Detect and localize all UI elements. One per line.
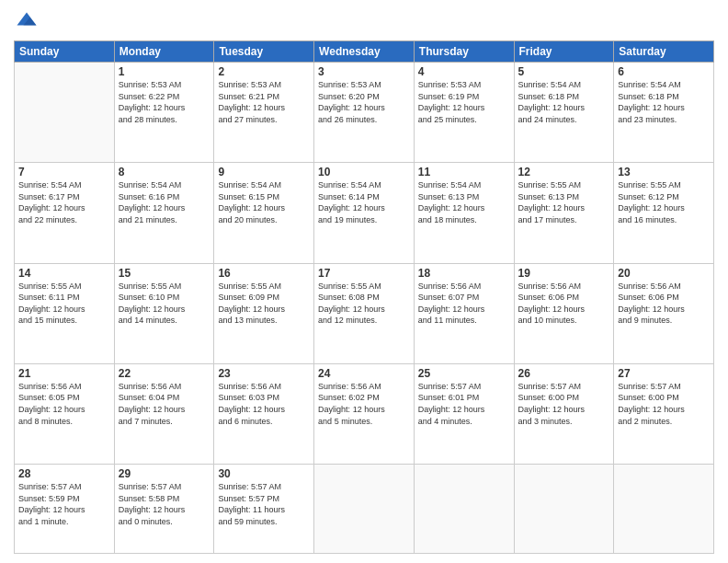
weekday-header-row: SundayMondayTuesdayWednesdayThursdayFrid…: [15, 41, 714, 63]
calendar-cell: 13Sunrise: 5:55 AM Sunset: 6:12 PM Dayli…: [614, 163, 714, 263]
day-number: 16: [218, 267, 310, 280]
day-number: 2: [218, 65, 310, 78]
calendar-cell: 11Sunrise: 5:54 AM Sunset: 6:13 PM Dayli…: [414, 163, 514, 263]
day-number: 30: [218, 467, 310, 480]
calendar-cell: 27Sunrise: 5:57 AM Sunset: 6:00 PM Dayli…: [614, 363, 714, 464]
day-info: Sunrise: 5:54 AM Sunset: 6:18 PM Dayligh…: [618, 79, 710, 125]
day-number: 4: [418, 65, 510, 78]
day-number: 6: [618, 65, 710, 78]
calendar-cell: [414, 465, 514, 554]
calendar-cell: 6Sunrise: 5:54 AM Sunset: 6:18 PM Daylig…: [614, 63, 714, 163]
calendar-cell: 28Sunrise: 5:57 AM Sunset: 5:59 PM Dayli…: [15, 465, 115, 554]
day-info: Sunrise: 5:54 AM Sunset: 6:14 PM Dayligh…: [318, 179, 410, 225]
calendar-cell: 16Sunrise: 5:55 AM Sunset: 6:09 PM Dayli…: [214, 263, 314, 363]
day-number: 25: [418, 367, 510, 380]
day-info: Sunrise: 5:56 AM Sunset: 6:03 PM Dayligh…: [218, 381, 310, 427]
calendar-week-3: 21Sunrise: 5:56 AM Sunset: 6:05 PM Dayli…: [15, 363, 714, 464]
calendar-cell: 1Sunrise: 5:53 AM Sunset: 6:22 PM Daylig…: [114, 63, 214, 163]
day-number: 11: [418, 166, 510, 178]
day-number: 8: [119, 166, 210, 178]
calendar-cell: 20Sunrise: 5:56 AM Sunset: 6:06 PM Dayli…: [614, 263, 714, 363]
calendar-cell: [314, 465, 415, 554]
calendar-table: SundayMondayTuesdayWednesdayThursdayFrid…: [14, 40, 714, 554]
page: SundayMondayTuesdayWednesdayThursdayFrid…: [0, 0, 728, 563]
day-number: 12: [518, 166, 610, 178]
weekday-header-wednesday: Wednesday: [314, 41, 415, 63]
day-number: 5: [518, 65, 610, 78]
day-number: 13: [618, 166, 710, 178]
day-info: Sunrise: 5:53 AM Sunset: 6:21 PM Dayligh…: [218, 79, 310, 125]
day-info: Sunrise: 5:55 AM Sunset: 6:10 PM Dayligh…: [119, 281, 210, 327]
calendar-cell: 24Sunrise: 5:56 AM Sunset: 6:02 PM Dayli…: [314, 363, 415, 464]
calendar-cell: 2Sunrise: 5:53 AM Sunset: 6:21 PM Daylig…: [214, 63, 314, 163]
calendar-body: 1Sunrise: 5:53 AM Sunset: 6:22 PM Daylig…: [15, 63, 714, 554]
day-number: 27: [618, 367, 710, 380]
weekday-header-sunday: Sunday: [15, 41, 115, 63]
day-info: Sunrise: 5:53 AM Sunset: 6:22 PM Dayligh…: [119, 79, 210, 125]
calendar-cell: [614, 465, 714, 554]
day-info: Sunrise: 5:57 AM Sunset: 6:01 PM Dayligh…: [418, 381, 510, 427]
day-info: Sunrise: 5:57 AM Sunset: 6:00 PM Dayligh…: [618, 381, 710, 427]
weekday-header-monday: Monday: [114, 41, 214, 63]
calendar-week-4: 28Sunrise: 5:57 AM Sunset: 5:59 PM Dayli…: [15, 465, 714, 554]
day-info: Sunrise: 5:57 AM Sunset: 5:57 PM Dayligh…: [218, 481, 310, 527]
calendar-week-1: 7Sunrise: 5:54 AM Sunset: 6:17 PM Daylig…: [15, 163, 714, 263]
day-info: Sunrise: 5:56 AM Sunset: 6:07 PM Dayligh…: [418, 281, 510, 327]
day-info: Sunrise: 5:55 AM Sunset: 6:12 PM Dayligh…: [618, 179, 710, 225]
calendar-cell: 5Sunrise: 5:54 AM Sunset: 6:18 PM Daylig…: [514, 63, 614, 163]
calendar-cell: 12Sunrise: 5:55 AM Sunset: 6:13 PM Dayli…: [514, 163, 614, 263]
day-info: Sunrise: 5:56 AM Sunset: 6:04 PM Dayligh…: [119, 381, 210, 427]
day-number: 21: [18, 367, 110, 380]
calendar-cell: 7Sunrise: 5:54 AM Sunset: 6:17 PM Daylig…: [15, 163, 115, 263]
day-info: Sunrise: 5:55 AM Sunset: 6:11 PM Dayligh…: [18, 281, 110, 327]
day-number: 26: [518, 367, 610, 380]
day-info: Sunrise: 5:55 AM Sunset: 6:08 PM Dayligh…: [318, 281, 410, 327]
day-number: 20: [618, 267, 710, 280]
day-number: 7: [18, 166, 110, 178]
calendar-cell: 4Sunrise: 5:53 AM Sunset: 6:19 PM Daylig…: [414, 63, 514, 163]
calendar-cell: 14Sunrise: 5:55 AM Sunset: 6:11 PM Dayli…: [15, 263, 115, 363]
day-info: Sunrise: 5:57 AM Sunset: 5:59 PM Dayligh…: [18, 481, 110, 527]
logo-icon: [14, 9, 40, 35]
day-number: 18: [418, 267, 510, 280]
calendar-cell: 3Sunrise: 5:53 AM Sunset: 6:20 PM Daylig…: [314, 63, 415, 163]
weekday-header-friday: Friday: [514, 41, 614, 63]
day-number: 22: [119, 367, 210, 380]
day-number: 14: [18, 267, 110, 280]
calendar-week-0: 1Sunrise: 5:53 AM Sunset: 6:22 PM Daylig…: [15, 63, 714, 163]
calendar-cell: 30Sunrise: 5:57 AM Sunset: 5:57 PM Dayli…: [214, 465, 314, 554]
day-info: Sunrise: 5:55 AM Sunset: 6:09 PM Dayligh…: [218, 281, 310, 327]
day-number: 3: [318, 65, 410, 78]
calendar-week-2: 14Sunrise: 5:55 AM Sunset: 6:11 PM Dayli…: [15, 263, 714, 363]
day-number: 28: [18, 467, 110, 480]
calendar-cell: 23Sunrise: 5:56 AM Sunset: 6:03 PM Dayli…: [214, 363, 314, 464]
calendar-cell: 21Sunrise: 5:56 AM Sunset: 6:05 PM Dayli…: [15, 363, 115, 464]
calendar-header: SundayMondayTuesdayWednesdayThursdayFrid…: [15, 41, 714, 63]
calendar-cell: 8Sunrise: 5:54 AM Sunset: 6:16 PM Daylig…: [114, 163, 214, 263]
calendar-cell: 22Sunrise: 5:56 AM Sunset: 6:04 PM Dayli…: [114, 363, 214, 464]
day-info: Sunrise: 5:54 AM Sunset: 6:18 PM Dayligh…: [518, 79, 610, 125]
day-info: Sunrise: 5:54 AM Sunset: 6:15 PM Dayligh…: [218, 179, 310, 225]
day-info: Sunrise: 5:57 AM Sunset: 6:00 PM Dayligh…: [518, 381, 610, 427]
weekday-header-tuesday: Tuesday: [214, 41, 314, 63]
day-info: Sunrise: 5:57 AM Sunset: 5:58 PM Dayligh…: [119, 481, 210, 527]
calendar-cell: [514, 465, 614, 554]
weekday-header-saturday: Saturday: [614, 41, 714, 63]
calendar-cell: [15, 63, 115, 163]
weekday-header-thursday: Thursday: [414, 41, 514, 63]
day-number: 17: [318, 267, 410, 280]
day-info: Sunrise: 5:55 AM Sunset: 6:13 PM Dayligh…: [518, 179, 610, 225]
day-number: 10: [318, 166, 410, 178]
day-info: Sunrise: 5:54 AM Sunset: 6:17 PM Dayligh…: [18, 179, 110, 225]
day-number: 9: [218, 166, 310, 178]
header: [14, 9, 714, 35]
day-info: Sunrise: 5:56 AM Sunset: 6:06 PM Dayligh…: [518, 281, 610, 327]
day-info: Sunrise: 5:54 AM Sunset: 6:13 PM Dayligh…: [418, 179, 510, 225]
calendar-cell: 9Sunrise: 5:54 AM Sunset: 6:15 PM Daylig…: [214, 163, 314, 263]
day-info: Sunrise: 5:53 AM Sunset: 6:20 PM Dayligh…: [318, 79, 410, 125]
calendar-cell: 15Sunrise: 5:55 AM Sunset: 6:10 PM Dayli…: [114, 263, 214, 363]
calendar-cell: 17Sunrise: 5:55 AM Sunset: 6:08 PM Dayli…: [314, 263, 415, 363]
logo: [14, 9, 43, 35]
calendar-cell: 10Sunrise: 5:54 AM Sunset: 6:14 PM Dayli…: [314, 163, 415, 263]
calendar-cell: 25Sunrise: 5:57 AM Sunset: 6:01 PM Dayli…: [414, 363, 514, 464]
